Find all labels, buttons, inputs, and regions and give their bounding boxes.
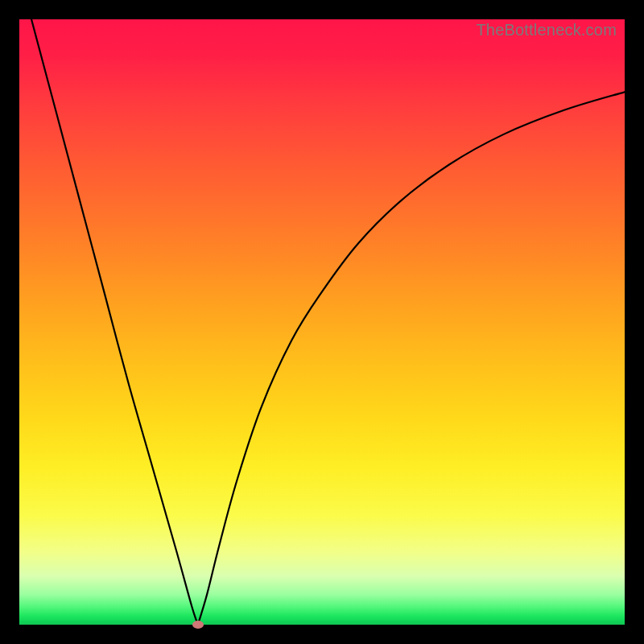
minimum-marker <box>192 621 204 629</box>
attribution-label: TheBottleneck.com <box>476 21 617 39</box>
curve-left-branch <box>31 19 198 625</box>
bottleneck-curve <box>19 19 625 625</box>
curve-right-branch <box>198 92 625 625</box>
plot-area: TheBottleneck.com <box>19 19 625 625</box>
chart-frame: TheBottleneck.com <box>0 0 644 644</box>
